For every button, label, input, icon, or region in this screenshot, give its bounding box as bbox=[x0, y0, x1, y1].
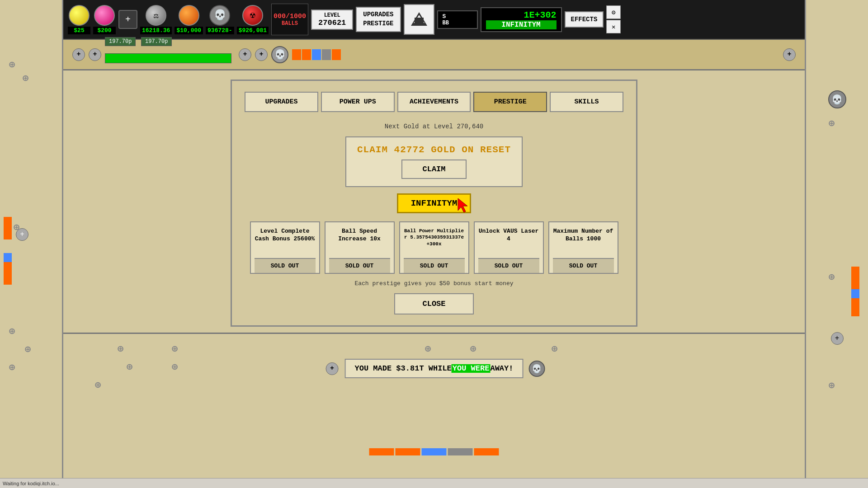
deco-plus-r2[interactable]: ⊕ bbox=[829, 271, 835, 283]
color-bar-2 bbox=[302, 49, 311, 60]
ball-skull-label: 936728- bbox=[206, 27, 234, 34]
tab-upgrades[interactable]: UPGRADES bbox=[245, 92, 318, 112]
settings-btn[interactable]: ⚙️ bbox=[606, 5, 621, 19]
deco-plus-b1[interactable]: ⊕ bbox=[118, 343, 123, 355]
ball-orange-icon bbox=[179, 5, 199, 26]
card-3-sold-out[interactable]: SOLD OUT bbox=[404, 258, 465, 273]
deco-plus-1[interactable]: ⊕ bbox=[9, 59, 15, 71]
level-value: 270621 bbox=[318, 19, 346, 27]
level-label: LEVEL bbox=[318, 12, 346, 19]
ball-skull-btn[interactable]: 💀 936728- bbox=[206, 5, 234, 34]
right-scroll-plus[interactable]: + bbox=[831, 332, 844, 345]
ball-yellow-btn[interactable]: $25 bbox=[68, 5, 90, 34]
deco-plus-b4[interactable]: ⊕ bbox=[470, 343, 476, 355]
level-box[interactable]: LEVEL 270621 bbox=[311, 9, 353, 30]
add-ball-btn[interactable]: + bbox=[118, 10, 137, 29]
deco-plus-6[interactable]: ⊕ bbox=[9, 361, 15, 374]
away-suffix: AWAY! bbox=[490, 364, 513, 373]
skull-ball-board: 💀 bbox=[271, 46, 288, 63]
bot-bar-3 bbox=[422, 448, 447, 455]
card-4-title: Unlock VAUS Laser 4 bbox=[478, 228, 539, 243]
left-sidebar: ⊕ ⊕ ⊕ ⊕ ⊕ ⊕ + bbox=[0, 0, 63, 488]
money-value: 1E+302 bbox=[486, 10, 557, 20]
deco-plus-2[interactable]: ⊕ bbox=[23, 72, 28, 84]
infinitym-tag-btn[interactable]: INFINITYM bbox=[397, 193, 472, 213]
currency-name-display: INFINITYM bbox=[486, 20, 557, 29]
card-5-title: Maximum Number of Balls 1000 bbox=[553, 228, 614, 243]
scroll-indicator-left-bot bbox=[4, 262, 12, 285]
balls-label: BALLS bbox=[282, 20, 298, 27]
board-plus-3[interactable]: + bbox=[239, 48, 251, 61]
arrow-up-icon bbox=[410, 10, 428, 28]
board-plus-1[interactable]: + bbox=[72, 48, 85, 61]
ball-orange-btn[interactable]: $10,000 bbox=[175, 5, 203, 34]
away-message-box: + YOU MADE $3.81T WHILE YOU WERE AWAY! 💀 bbox=[345, 359, 524, 378]
svg-rect-2 bbox=[415, 18, 424, 23]
card-1-title: Level Complete Cash Bonus 25600% bbox=[255, 228, 316, 243]
bonus-text: Each prestige gives you $50 bonus start … bbox=[354, 280, 513, 287]
balls-counter: 000/1000 BALLS bbox=[271, 4, 308, 35]
balls-count-value: 000/1000 bbox=[274, 13, 306, 20]
left-scroll-plus[interactable]: + bbox=[16, 228, 28, 241]
deco-plus-b2[interactable]: ⊕ bbox=[172, 343, 178, 355]
close-button[interactable]: CLOSE bbox=[394, 293, 473, 314]
deco-plus-4[interactable]: ⊕ bbox=[9, 325, 15, 338]
upgrades-prestige-btn[interactable]: UPGRADES PRESTIGE bbox=[356, 7, 401, 32]
right-sidebar: 💀 ⊕ ⊕ + ⊕ bbox=[805, 0, 868, 488]
color-bar-3 bbox=[312, 49, 321, 60]
ball-gray-btn[interactable]: ⚖️ 16218.36 bbox=[140, 5, 172, 34]
board-plus-right[interactable]: + bbox=[783, 48, 796, 61]
deco-plus-r1[interactable]: ⊕ bbox=[829, 117, 835, 130]
board-plus-4[interactable]: + bbox=[255, 48, 268, 61]
tab-prestige[interactable]: PRESTIGE bbox=[473, 92, 547, 112]
top-bar: $25 $200 + ⚖️ 16218.36 $10,000 💀 936728- bbox=[63, 0, 805, 40]
prestige-content: Next Gold at Level 270,640 CLAIM 42772 G… bbox=[245, 123, 623, 314]
ball-yellow-icon bbox=[69, 5, 90, 26]
deco-plus-b6[interactable]: ⊕ bbox=[127, 361, 132, 373]
upgrade-cards-row: Level Complete Cash Bonus 25600% SOLD OU… bbox=[250, 221, 618, 274]
progress-label-2: 197.70p bbox=[141, 37, 172, 46]
deco-plus-r3[interactable]: ⊕ bbox=[829, 380, 835, 392]
status-bar: Waiting for kodiqi.itch.io... bbox=[0, 478, 868, 488]
upgrade-card-1: Level Complete Cash Bonus 25600% SOLD OU… bbox=[250, 221, 320, 274]
card-5-sold-out[interactable]: SOLD OUT bbox=[553, 258, 614, 273]
away-skull-right: 💀 bbox=[528, 361, 545, 377]
mute-btn[interactable]: ✕ bbox=[606, 20, 621, 33]
ball-radiation-icon: ☢️ bbox=[242, 5, 263, 26]
ball-radiation-btn[interactable]: ☢️ $926,081 bbox=[237, 5, 269, 34]
ball-orange-label: $10,000 bbox=[175, 27, 203, 34]
deco-plus-b8[interactable]: ⊕ bbox=[95, 379, 101, 391]
tab-bar: UPGRADES POWER UPS ACHIEVEMENTS PRESTIGE… bbox=[245, 92, 623, 112]
card-2-sold-out[interactable]: SOLD OUT bbox=[329, 258, 390, 273]
tab-achievements[interactable]: ACHIEVEMENTS bbox=[397, 92, 471, 112]
claim-button[interactable]: CLAIM bbox=[401, 160, 466, 179]
away-plus-left[interactable]: + bbox=[326, 362, 339, 375]
bb-label: BB bbox=[443, 20, 449, 26]
upgrade-card-3: Ball Power Multiplier 5.357543035931337e… bbox=[399, 221, 469, 274]
modal-box: UPGRADES POWER UPS ACHIEVEMENTS PRESTIGE… bbox=[231, 80, 637, 327]
deco-plus-b7[interactable]: ⊕ bbox=[172, 361, 178, 373]
deco-plus-b3[interactable]: ⊕ bbox=[425, 343, 431, 355]
card-1-sold-out[interactable]: SOLD OUT bbox=[255, 258, 316, 273]
deco-plus-5[interactable]: ⊕ bbox=[25, 343, 31, 356]
main-content: UPGRADES POWER UPS ACHIEVEMENTS PRESTIGE… bbox=[63, 70, 805, 333]
claim-gold-text: CLAIM 42772 GOLD ON RESET bbox=[357, 145, 511, 155]
infinitym-money-display[interactable]: 1E+302 INFINITYM bbox=[481, 7, 562, 32]
upgrades-btn-label: UPGRADES bbox=[363, 10, 393, 19]
arrow-up-btn[interactable] bbox=[404, 4, 434, 35]
ball-gray-label: 16218.36 bbox=[140, 27, 172, 34]
color-bars bbox=[292, 49, 341, 60]
bottom-color-bar bbox=[369, 448, 499, 455]
tab-skills[interactable]: SKILLS bbox=[550, 92, 623, 112]
card-4-sold-out[interactable]: SOLD OUT bbox=[478, 258, 539, 273]
tab-power-ups[interactable]: POWER UPS bbox=[321, 92, 395, 112]
effects-label: EFFECTS bbox=[571, 16, 598, 23]
deco-plus-b5[interactable]: ⊕ bbox=[552, 343, 557, 355]
prestige-btn-label: PRESTIGE bbox=[363, 19, 393, 28]
upgrade-card-5: Maximum Number of Balls 1000 SOLD OUT bbox=[548, 221, 618, 274]
sound-controls: ⚙️ ✕ bbox=[606, 5, 621, 33]
ball-pink-btn[interactable]: $200 bbox=[93, 5, 116, 34]
effects-btn[interactable]: EFFECTS bbox=[565, 11, 604, 28]
color-bar-5 bbox=[332, 49, 341, 60]
board-plus-2[interactable]: + bbox=[89, 48, 101, 61]
